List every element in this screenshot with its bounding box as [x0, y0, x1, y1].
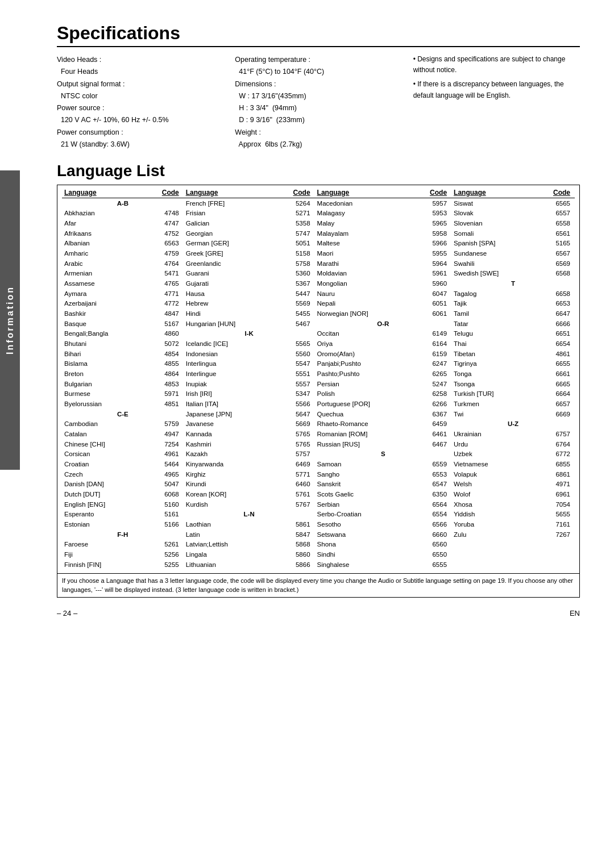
lang-name: Greenlandic [184, 258, 275, 269]
lang-name: Sundanese [451, 248, 534, 258]
lang-code: 5569 [275, 299, 314, 309]
lang-name: Sanskrit [315, 479, 412, 490]
lang-code: 6664 [534, 389, 575, 399]
lang-name: Tigrinya [451, 359, 534, 369]
lang-name: Bengali;Bangla [62, 329, 143, 339]
spec-dim-w: W : 17 3/16"(435mm) [235, 90, 401, 102]
lang-name: Tibetan [451, 349, 534, 359]
lang-code: 6350 [412, 489, 451, 499]
lang-code: 5566 [275, 399, 314, 409]
lang-code: 6461 [412, 429, 451, 439]
lang-name: Hungarian [HUN] [184, 319, 275, 329]
lang-code: 5960 [412, 278, 451, 289]
lang-code: 5165 [534, 239, 575, 249]
lang-code: 4961 [143, 449, 183, 460]
lang-code [534, 560, 575, 570]
lang-code: 4752 [143, 228, 183, 239]
lang-name: English [ENG] [62, 499, 143, 510]
lang-code: 5647 [275, 409, 314, 419]
lang-code: 6566 [412, 520, 451, 530]
lang-name: Bihari [62, 349, 143, 359]
table-row: Danish [DAN]5047Kirundi6460Sanskrit6547W… [62, 479, 575, 490]
lang-code: 6855 [534, 459, 575, 469]
spec-dim-h: H : 3 3/4" (94mm) [235, 102, 401, 114]
table-row: Byelorussian4851Italian [ITA]5566Portugu… [62, 399, 575, 409]
lang-name: Persian [315, 379, 412, 389]
table-row: Armenian5471Guarani5360Moldavian5961Swed… [62, 269, 575, 279]
table-row: Burmese5971Irish [IRI]5347Polish6258Turk… [62, 389, 575, 399]
lang-code: 5771 [275, 469, 314, 479]
lang-name: Hausa [184, 289, 275, 299]
lang-name [451, 560, 534, 570]
lang-code: 5160 [143, 499, 183, 510]
section-header: I-K [184, 329, 315, 339]
lang-code: 6061 [412, 308, 451, 319]
lang-name: Portuguese [POR] [315, 399, 412, 409]
table-row: Fiji5256Lingala5860Sindhi6550 [62, 550, 575, 560]
lang-code: 6555 [412, 560, 451, 570]
lang-name: Hindi [184, 308, 275, 319]
lang-name: Kirghiz [184, 469, 275, 479]
lang-code: 5847 [275, 529, 314, 540]
lang-code: 4860 [143, 329, 183, 339]
col3-code-header: Code [412, 189, 451, 198]
lang-code: 5860 [275, 550, 314, 560]
lang-table-wrapper: Language Code Language Code Language Cod… [57, 185, 580, 574]
lang-name: Catalan [62, 429, 143, 439]
lang-name: Georgian [184, 228, 275, 239]
lang-name: Galician [184, 218, 275, 228]
lang-name: Macedonian [315, 198, 412, 208]
lang-code: 5557 [275, 379, 314, 389]
lang-name: Afrikaans [62, 228, 143, 239]
table-row: Bhutani5072Icelandic [ICE]5565Oriya6164T… [62, 339, 575, 349]
lang-code [534, 550, 575, 560]
spec-output-label: Output signal format : [57, 78, 223, 90]
lang-name: Japanese [JPN] [184, 409, 275, 419]
spec-power-source-value: 120 V AC +/- 10%, 60 Hz +/- 0.5% [57, 114, 223, 126]
lang-code: 6661 [534, 369, 575, 379]
lang-name: Sesotho [315, 520, 412, 530]
lang-code: 6757 [534, 429, 575, 439]
lang-code: 6047 [412, 289, 451, 299]
col2-code-header: Code [275, 189, 314, 198]
section-header: O-R [315, 319, 452, 329]
lang-name: Irish [IRI] [184, 389, 275, 399]
lang-code: 6565 [534, 198, 575, 208]
lang-name: Faroese [62, 540, 143, 550]
lang-code: 4759 [143, 248, 183, 258]
lang-code: 6558 [534, 218, 575, 228]
section-header: T [451, 278, 575, 289]
spec-col-1: Video Heads : Four Heads Output signal f… [57, 54, 223, 151]
lang-code: 4851 [143, 399, 183, 409]
lang-name: Serbo-Croatian [315, 510, 412, 520]
lang-code: 5747 [275, 228, 314, 239]
table-row: Chinese [CHI]7254Kashmiri5765Russian [RU… [62, 439, 575, 449]
table-row: Faroese5261Latvian;Lettish5868Shona6560 [62, 540, 575, 550]
lang-code: 6068 [143, 489, 183, 499]
lang-code: 5367 [275, 278, 314, 289]
table-row: A-BFrench [FRE]5264Macedonian5957Siswat6… [62, 198, 575, 208]
lang-code: 4765 [143, 278, 183, 289]
table-row: Assamese4765Gujarati5367Mongolian5960T [62, 278, 575, 289]
table-row: Estonian5166Laothian5861Sesotho6566Yorub… [62, 520, 575, 530]
side-label-container: Information [0, 170, 20, 470]
lang-code: 5455 [275, 308, 314, 319]
table-row: F-HLatin5847Setswana6660Zulu7267 [62, 529, 575, 540]
page-suffix: EN [570, 609, 580, 617]
lang-code: 5866 [275, 560, 314, 570]
lang-code: 4855 [143, 359, 183, 369]
table-row: Dutch [DUT]6068Korean [KOR]5761Scots Gae… [62, 489, 575, 499]
lang-note: If you choose a Language that has a 3 le… [57, 574, 580, 598]
lang-name: Twi [451, 409, 534, 419]
table-row: Amharic4759Greek [GRE]5158Maori5955Sunda… [62, 248, 575, 258]
lang-name: Malay [315, 218, 412, 228]
lang-table: Language Code Language Code Language Cod… [62, 189, 575, 570]
spec-operating-temp-value: 41°F (5°C) to 104°F (40°C) [235, 66, 401, 78]
lang-name: Malagasy [315, 208, 412, 219]
lang-name: Interlingue [184, 369, 275, 379]
lang-name: Yoruba [451, 520, 534, 530]
page-number: – 24 – [57, 609, 77, 617]
lang-code: 4947 [143, 429, 183, 439]
lang-name: Guarani [184, 269, 275, 279]
lang-name: Spanish [SPA] [451, 239, 534, 249]
